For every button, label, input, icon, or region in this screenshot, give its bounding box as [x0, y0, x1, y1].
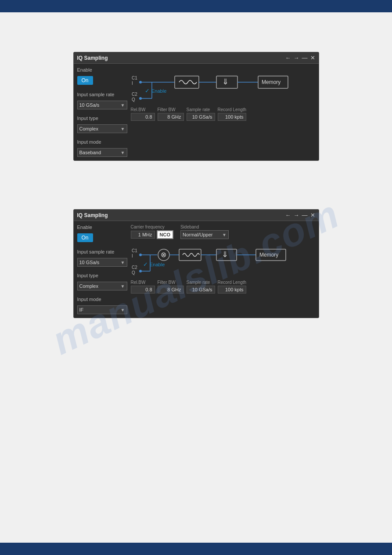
panel2-close-icon[interactable]: ✕ [310, 212, 315, 218]
panel2-input-type-label: Input type [77, 273, 127, 278]
svg-text:I: I [132, 81, 133, 86]
panel1-minimize-icon[interactable]: — [302, 54, 308, 61]
svg-text:⇓: ⇓ [222, 250, 228, 259]
svg-text:✓: ✓ [145, 87, 150, 94]
panel1-input-mode-dropdown[interactable]: Baseband ▼ [77, 148, 127, 157]
panel2-sideband-dropdown[interactable]: Normal/Upper ▼ [180, 230, 229, 239]
panel2-filterbw-value: 8 GHz [158, 286, 184, 294]
panel1-input-type-label: Input type [77, 116, 127, 121]
panel2-relbw-value: 0.8 [131, 286, 155, 294]
panel2-minimize-icon[interactable]: — [302, 212, 308, 218]
panel1-on-button[interactable]: On [77, 76, 93, 85]
top-bar [0, 0, 392, 12]
panel1-samplerate-value: 10 GSa/s [187, 113, 215, 121]
panel1-input-mode-label: Input mode [77, 139, 127, 145]
svg-text:Q: Q [132, 270, 135, 275]
panel1-input-type-dropdown[interactable]: Complex ▼ [77, 124, 127, 133]
panel1-samplerate-label: Sample rate [187, 107, 215, 112]
panel1-relbw-label: Rel.BW [131, 107, 155, 112]
svg-text:C2: C2 [132, 265, 137, 270]
panel2-input-type-dropdown[interactable]: Complex ▼ [77, 282, 127, 290]
svg-text:⊗: ⊗ [161, 251, 166, 258]
panel2-nco-box: NCO [157, 230, 173, 239]
svg-text:Enable: Enable [151, 88, 166, 94]
panel2-forward-icon[interactable]: → [294, 212, 299, 218]
panel2-enable-label: Enable [77, 225, 127, 230]
panel2-signal-flow: C1 I C2 Q ✓ Enable ⊗ [131, 243, 315, 276]
panel1-title: IQ Sampling [77, 55, 108, 61]
bottom-bar [0, 543, 392, 555]
panel1-signal-flow: C1 I C2 Q ✓ Enable [131, 67, 315, 105]
panel2-sample-rate-label: Input sample rate [77, 249, 127, 254]
svg-rect-11 [175, 76, 199, 88]
svg-text:Enable: Enable [150, 262, 165, 267]
panel1-forward-icon[interactable]: → [294, 54, 299, 61]
panel2-reclen-label: Record Length [218, 280, 247, 285]
panel1-enable-label: Enable [77, 67, 127, 73]
svg-text:Q: Q [132, 97, 135, 102]
panel2-sample-rate-dropdown[interactable]: 10 GSa/s ▼ [77, 258, 127, 267]
panel1-back-icon[interactable]: ← [285, 54, 291, 61]
panel1-title-bar: IQ Sampling ← → — ✕ [74, 52, 319, 64]
svg-text:Memory: Memory [262, 79, 281, 85]
svg-text:Memory: Memory [259, 252, 278, 258]
svg-text:C2: C2 [132, 92, 137, 97]
panel2-filterbw-label: Filter BW [158, 280, 184, 285]
panel2-input-mode-label: Input mode [77, 297, 127, 302]
svg-rect-32 [179, 249, 201, 261]
iq-panel-1: IQ Sampling ← → — ✕ Enable On Input samp… [73, 52, 319, 161]
panel2-samplerate-value: 10 GSa/s [187, 286, 215, 294]
panel2-input-mode-dropdown[interactable]: IF ▼ [77, 305, 127, 314]
svg-text:⇓: ⇓ [222, 77, 229, 86]
panel1-relbw-value: 0.8 [131, 113, 155, 121]
svg-text:I: I [132, 254, 133, 258]
iq-panel-2: IQ Sampling ← → — ✕ Enable On Input samp… [73, 209, 319, 318]
svg-text:✓: ✓ [143, 261, 148, 268]
panel2-carrier-label: Carrier frequency [131, 225, 173, 229]
panel1-sample-rate-dropdown[interactable]: 10 GSa/s ▼ [77, 101, 127, 109]
panel1-filterbw-label: Filter BW [158, 107, 184, 112]
panel1-close-icon[interactable]: ✕ [310, 54, 315, 61]
panel1-filterbw-value: 8 GHz [158, 113, 184, 121]
panel2-sideband-label: Sideband [180, 225, 229, 229]
panel2-title-bar: IQ Sampling ← → — ✕ [74, 210, 319, 221]
panel2-back-icon[interactable]: ← [285, 212, 291, 218]
svg-text:C1: C1 [132, 76, 137, 80]
svg-text:C1: C1 [132, 248, 137, 253]
panel2-carrier-value: 1 MHz [131, 231, 155, 239]
panel1-sample-rate-label: Input sample rate [77, 92, 127, 97]
panel2-relbw-label: Rel.BW [131, 280, 155, 285]
panel1-reclen-label: Record Length [218, 107, 247, 112]
panel2-on-button[interactable]: On [77, 233, 93, 242]
panel2-reclen-value: 100 kpts [218, 286, 246, 294]
panel2-samplerate-label: Sample rate [187, 280, 215, 285]
panel2-title: IQ Sampling [77, 212, 108, 218]
panel1-reclen-value: 100 kpts [218, 113, 246, 121]
